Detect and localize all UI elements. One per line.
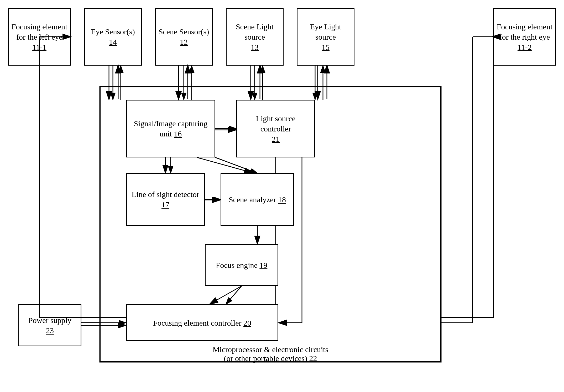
light-source-ctrl-label: Light source controller21 bbox=[240, 113, 312, 144]
eye-sensor-label: Eye Sensor(s)14 bbox=[91, 27, 135, 47]
signal-image-box: Signal/Image capturing unit 16 bbox=[126, 100, 215, 157]
scene-sensor-label: Scene Sensor(s)12 bbox=[159, 27, 209, 47]
eye-light-box: Eye Light source15 bbox=[297, 8, 354, 66]
microprocessor-number: 22 bbox=[309, 354, 317, 363]
focus-engine-number: 19 bbox=[259, 261, 267, 269]
light-source-ctrl-number: 21 bbox=[272, 135, 280, 143]
power-supply-box: Power supply23 bbox=[18, 304, 81, 346]
focusing-ctrl-number: 20 bbox=[243, 319, 251, 327]
scene-light-number: 13 bbox=[251, 43, 259, 51]
light-source-ctrl-box: Light source controller21 bbox=[236, 100, 315, 157]
focusing-right-label: Focusing element for the right eye 11-2 bbox=[497, 22, 553, 52]
scene-light-label: Scene Light source13 bbox=[229, 22, 280, 52]
eye-sensor-number: 14 bbox=[109, 38, 117, 46]
scene-analyzer-number: 18 bbox=[278, 195, 286, 204]
focusing-left-label: Focusing element for the left eye 11-1 bbox=[11, 22, 67, 52]
signal-image-number: 16 bbox=[174, 129, 182, 138]
scene-sensor-number: 12 bbox=[180, 38, 188, 46]
scene-light-box: Scene Light source13 bbox=[226, 8, 284, 66]
eye-light-number: 15 bbox=[322, 43, 330, 51]
scene-analyzer-box: Scene analyzer 18 bbox=[221, 173, 294, 226]
focusing-ctrl-box: Focusing element controller 20 bbox=[126, 304, 278, 341]
microprocessor-label: Microprocessor & electronic circuits (or… bbox=[102, 345, 438, 363]
focusing-left-box: Focusing element for the left eye 11-1 bbox=[8, 8, 71, 66]
focusing-right-box: Focusing element for the right eye 11-2 bbox=[493, 8, 556, 66]
line-of-sight-box: Line of sight detector17 bbox=[126, 173, 205, 226]
focusing-left-number: 11-1 bbox=[32, 43, 46, 51]
signal-image-label: Signal/Image capturing unit 16 bbox=[129, 118, 212, 139]
line-of-sight-number: 17 bbox=[161, 200, 169, 209]
focusing-ctrl-label: Focusing element controller 20 bbox=[153, 318, 251, 328]
scene-analyzer-label: Scene analyzer 18 bbox=[229, 194, 286, 205]
focus-engine-box: Focus engine 19 bbox=[205, 244, 278, 286]
focusing-right-number: 11-2 bbox=[518, 43, 532, 51]
power-supply-label: Power supply23 bbox=[28, 315, 71, 336]
scene-sensor-box: Scene Sensor(s)12 bbox=[155, 8, 213, 66]
line-of-sight-label: Line of sight detector17 bbox=[132, 189, 199, 210]
focus-engine-label: Focus engine 19 bbox=[216, 260, 268, 270]
power-supply-number: 23 bbox=[46, 326, 54, 335]
eye-light-label: Eye Light source15 bbox=[300, 22, 351, 52]
diagram: Focusing element for the left eye 11-1 E… bbox=[0, 0, 564, 392]
eye-sensor-box: Eye Sensor(s)14 bbox=[84, 8, 142, 66]
